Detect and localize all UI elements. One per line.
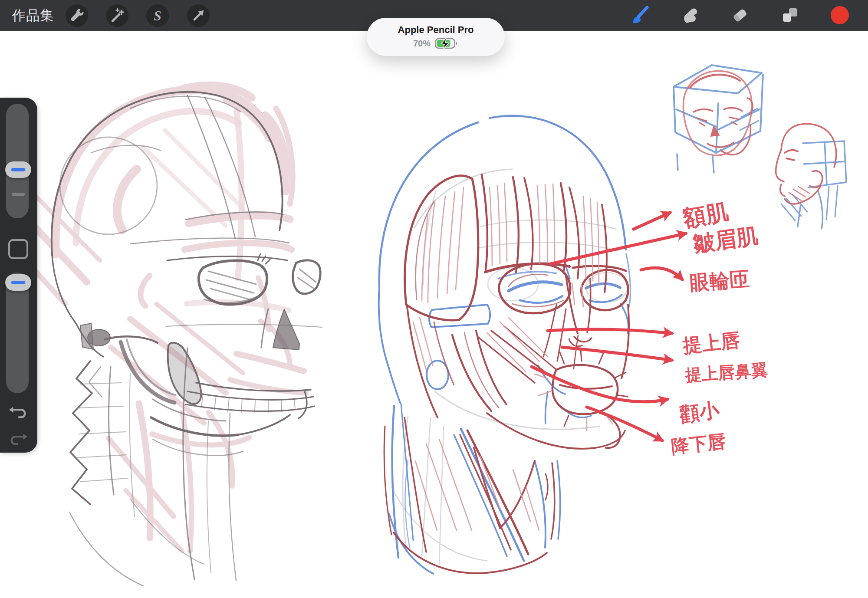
- annotation-label-1: 額肌: [681, 198, 730, 232]
- annotation-label-4: 提上唇: [681, 329, 741, 357]
- erase-tool-button[interactable]: [727, 2, 753, 29]
- wrench-icon: [68, 7, 85, 24]
- redo-icon: [8, 430, 28, 447]
- transform-button[interactable]: [187, 4, 210, 27]
- pencil-banner-title: Apple Pencil Pro: [398, 24, 474, 36]
- profile-head-sketch: [776, 124, 846, 229]
- brush-size-slider[interactable]: [6, 104, 29, 218]
- annotation-labels: 額肌 皺眉肌 眼輪匝 提上唇 提上唇鼻翼 顴小 降下唇: [670, 198, 768, 457]
- undo-icon: [8, 403, 28, 420]
- skull-sketch-pink-underlay: [2, 85, 306, 551]
- paint-tool-button[interactable]: [627, 2, 654, 29]
- canvas-drawing[interactable]: 額肌 皺眉肌 眼輪匝 提上唇 提上唇鼻翼 顴小 降下唇: [0, 0, 868, 598]
- modify-button[interactable]: [8, 239, 28, 259]
- magic-wand-icon: [108, 7, 126, 24]
- gallery-button[interactable]: 作品集: [12, 0, 54, 31]
- selection-s-icon: S: [149, 7, 166, 24]
- procreate-app: 額肌 皺眉肌 眼輪匝 提上唇 提上唇鼻翼 顴小 降下唇 作品集 S: [0, 0, 868, 598]
- smudge-tool-button[interactable]: [677, 2, 704, 29]
- annotation-label-3: 眼輪匝: [689, 267, 750, 294]
- slider-tick: [12, 193, 25, 196]
- annotation-label-6: 顴小: [677, 398, 721, 427]
- cube-head-sketch: [674, 65, 763, 173]
- pencil-battery-percent: 70%: [413, 39, 431, 49]
- annotation-label-5: 提上唇鼻翼: [684, 360, 769, 385]
- color-swatch: [829, 4, 851, 26]
- actions-button[interactable]: [66, 4, 88, 27]
- pencil-status-banner: Apple Pencil Pro 70%: [367, 18, 505, 56]
- layers-button[interactable]: [776, 2, 803, 29]
- selection-button[interactable]: S: [146, 4, 169, 27]
- smudge-finger-icon: [679, 4, 701, 26]
- redo-button[interactable]: [4, 427, 32, 449]
- paint-brush-icon: [629, 4, 651, 26]
- opacity-handle[interactable]: [5, 274, 31, 291]
- slider-handle-mark: [11, 281, 25, 284]
- transform-arrow-icon: [190, 7, 207, 24]
- slider-handle-mark: [11, 168, 25, 171]
- adjustments-button[interactable]: [106, 4, 128, 27]
- eraser-icon: [729, 4, 751, 26]
- brush-sidebar: [0, 98, 37, 453]
- annotation-label-7: 降下唇: [670, 430, 727, 457]
- battery-charging-icon: [435, 37, 458, 49]
- undo-button[interactable]: [4, 401, 32, 422]
- color-swatch-button[interactable]: [826, 2, 853, 29]
- brush-size-handle[interactable]: [5, 161, 31, 178]
- layers-icon: [779, 4, 801, 26]
- svg-text:S: S: [154, 9, 161, 23]
